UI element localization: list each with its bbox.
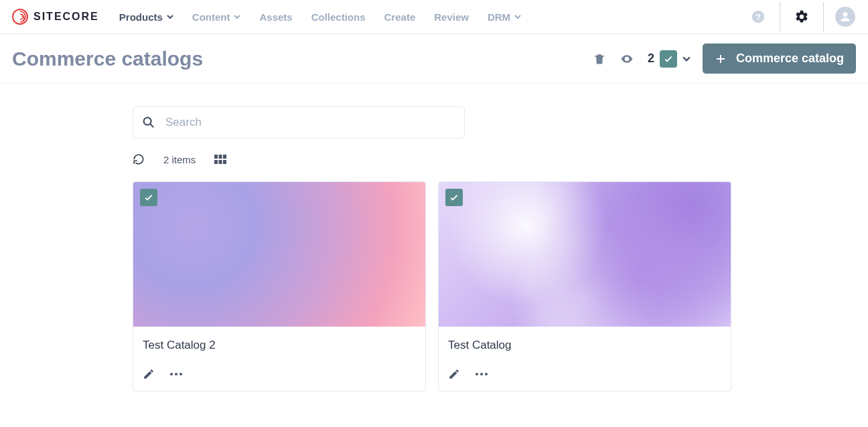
brand[interactable]: SITECORE [12,9,99,25]
refresh-button[interactable] [133,153,145,165]
avatar-icon [835,7,855,27]
nav-item-drm[interactable]: DRM [488,11,521,23]
content: 2 items Test Catalog 2 [126,106,742,392]
nav-item-products[interactable]: Products [119,11,173,23]
svg-rect-6 [214,155,218,159]
button-label: Commerce catalog [736,52,844,66]
more-horizontal-icon [475,372,488,376]
search-input[interactable] [164,115,456,130]
pencil-icon [448,368,460,380]
svg-point-14 [179,373,182,375]
nav-item-create[interactable]: Create [384,11,416,23]
selection-control[interactable]: 2 [648,50,691,68]
page-title: Commerce catalogs [12,48,203,70]
nav-label: Create [384,11,416,23]
nav-items: Products Content Assets Collections Crea… [119,11,747,23]
card-selected-checkbox[interactable] [445,189,463,206]
nav-item-review[interactable]: Review [434,11,469,23]
edit-button[interactable] [143,368,155,380]
help-icon: ? [751,9,766,24]
nav-item-content[interactable]: Content [192,11,241,23]
svg-rect-10 [219,160,222,164]
refresh-icon [133,153,145,165]
top-nav: SITECORE Products Content Assets Collect… [0,0,868,34]
user-menu-button[interactable] [835,6,856,27]
nav-label: Content [192,11,230,23]
trash-icon [593,52,606,66]
svg-point-12 [170,373,173,375]
more-horizontal-icon [169,372,183,376]
card-thumbnail [439,182,731,327]
chevron-down-icon [167,13,173,20]
nav-label: Products [119,11,163,23]
chevron-down-icon [234,13,240,20]
svg-point-16 [480,373,483,375]
card-grid: Test Catalog 2 [133,181,735,392]
svg-rect-11 [223,160,226,164]
settings-button[interactable] [791,6,812,27]
divider [780,2,780,31]
more-button[interactable] [475,372,488,376]
nav-right: ? [747,2,856,31]
svg-rect-8 [223,155,226,159]
svg-text:?: ? [755,12,761,22]
card-title: Test Catalog 2 [143,339,416,352]
edit-button[interactable] [448,368,460,380]
plus-icon [715,53,727,65]
nav-label: Review [434,11,469,23]
selection-count: 2 [648,52,654,66]
item-count: 2 items [163,154,196,165]
card-thumbnail [133,182,425,327]
card-title: Test Catalog [448,339,721,352]
svg-point-13 [175,373,177,375]
card-body: Test Catalog 2 [133,327,425,391]
more-button[interactable] [169,372,183,376]
search-box[interactable] [133,106,465,139]
help-button[interactable]: ? [747,6,769,27]
grid-view-button[interactable] [214,155,226,164]
eye-icon [618,52,636,66]
select-all-checkbox[interactable] [660,50,677,68]
brand-logo-icon [12,9,28,25]
subheader: Commerce catalogs 2 Commerce catalo [0,34,868,84]
svg-rect-9 [214,160,218,164]
page-actions: 2 Commerce catalog [593,44,856,74]
delete-button[interactable] [593,52,606,66]
card-actions [143,368,416,384]
catalog-card[interactable]: Test Catalog 2 [133,181,426,392]
nav-label: Assets [259,11,292,23]
svg-rect-7 [219,155,222,159]
grid-icon [214,155,226,164]
card-selected-checkbox[interactable] [140,189,157,206]
catalog-card[interactable]: Test Catalog [438,181,731,392]
gear-icon [794,9,809,24]
svg-point-17 [485,373,488,375]
brand-name: SITECORE [33,11,99,23]
divider [823,2,824,31]
nav-item-collections[interactable]: Collections [311,11,366,23]
create-commerce-catalog-button[interactable]: Commerce catalog [703,44,856,74]
card-body: Test Catalog [439,327,731,391]
preview-button[interactable] [618,52,636,66]
nav-item-assets[interactable]: Assets [259,11,292,23]
svg-point-15 [476,373,478,375]
nav-label: Collections [311,11,366,23]
svg-point-3 [843,12,848,17]
pencil-icon [143,368,155,380]
svg-point-5 [144,118,151,125]
list-toolbar: 2 items [133,153,735,165]
svg-point-4 [626,58,628,60]
chevron-down-icon [514,13,521,20]
chevron-down-icon[interactable] [682,55,691,63]
search-icon [141,115,156,130]
card-actions [448,368,721,384]
nav-label: DRM [488,11,510,23]
